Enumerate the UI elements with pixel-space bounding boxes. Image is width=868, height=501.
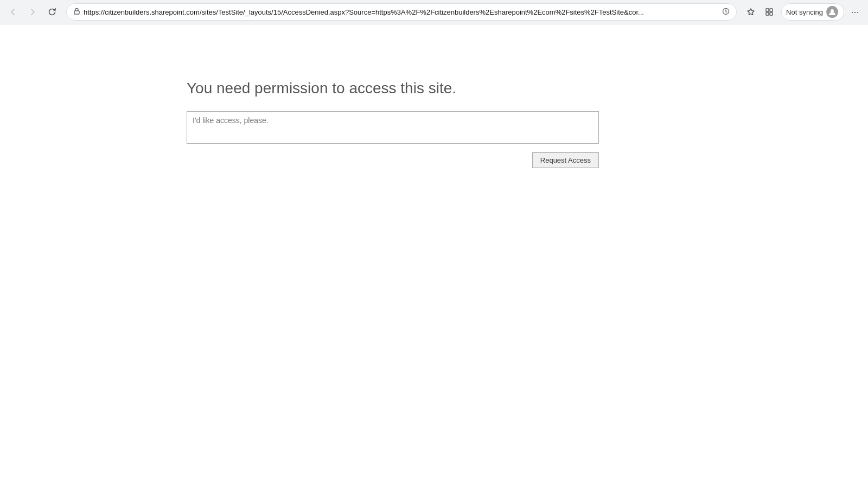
svg-rect-0: [74, 11, 79, 14]
browser-chrome: Not syncing ···: [0, 0, 868, 24]
access-denied-container: You need permission to access this site.…: [187, 79, 599, 168]
access-message-input[interactable]: [187, 111, 599, 144]
favorites-button[interactable]: [742, 3, 760, 21]
forward-button[interactable]: [24, 3, 41, 21]
request-access-button[interactable]: Request Access: [532, 152, 599, 168]
page-heading: You need permission to access this site.: [187, 79, 599, 98]
button-row: Request Access: [187, 152, 599, 168]
not-syncing-label: Not syncing: [786, 8, 823, 16]
ellipsis-icon: ···: [851, 7, 859, 18]
toolbar-actions: Not syncing ···: [742, 3, 864, 21]
refresh-button[interactable]: [43, 3, 61, 21]
collections-button[interactable]: [761, 3, 778, 21]
address-bar-container[interactable]: [66, 3, 737, 21]
svg-rect-2: [766, 9, 769, 11]
security-icon: [722, 8, 730, 17]
browser-toolbar: Not syncing ···: [0, 0, 868, 24]
address-input[interactable]: [84, 8, 719, 16]
svg-rect-3: [770, 9, 773, 11]
lock-icon: [73, 8, 80, 16]
svg-rect-5: [770, 12, 773, 15]
page-content: You need permission to access this site.…: [0, 24, 868, 501]
profile-avatar: [826, 6, 838, 18]
svg-rect-4: [766, 12, 769, 15]
menu-button[interactable]: ···: [846, 3, 864, 21]
back-button[interactable]: [4, 3, 22, 21]
profile-button[interactable]: Not syncing: [781, 3, 844, 21]
